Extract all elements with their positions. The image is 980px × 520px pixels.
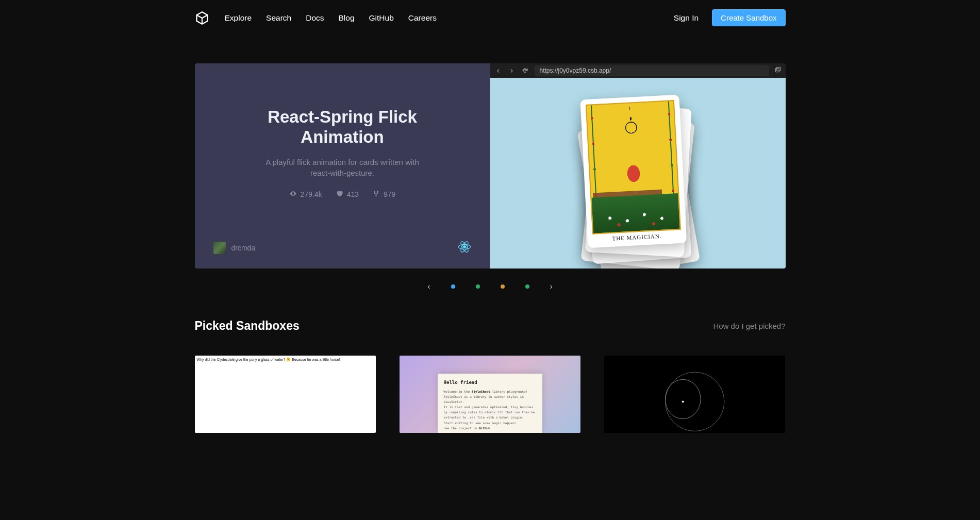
svg-point-3 — [463, 246, 466, 248]
stat-forks: 979 — [372, 190, 395, 199]
picked-card-1-text: Why did the Clydesdale give the pony a g… — [197, 358, 374, 362]
picked-grid: Why did the Clydesdale give the pony a g… — [195, 356, 786, 433]
nav-links: Explore Search Docs Blog GitHub Careers — [225, 13, 674, 23]
picked-card-1[interactable]: Why did the Clydesdale give the pony a g… — [195, 356, 376, 433]
orbit-graphic — [604, 356, 785, 433]
doc-line-bold: GitHub — [479, 426, 490, 430]
hero-info-panel[interactable]: React-Spring Flick Animation A playful f… — [195, 63, 490, 269]
picked-card-3[interactable] — [604, 356, 785, 433]
svg-point-0 — [374, 191, 375, 192]
doc-line: It is fast and generates optimized, tiny… — [444, 405, 537, 421]
nav-search[interactable]: Search — [266, 13, 291, 23]
preview-canvas[interactable]: I THE MAGICIAN. — [490, 78, 786, 269]
eye-icon — [289, 190, 297, 199]
carousel-dot-2[interactable] — [501, 284, 505, 289]
create-sandbox-button[interactable]: Create Sandbox — [712, 9, 785, 26]
svg-point-1 — [377, 191, 378, 192]
doc-line: Start editing to see some magic happen! — [444, 421, 537, 426]
nav-explore[interactable]: Explore — [225, 13, 252, 23]
picked-header: Picked Sandboxes How do I get picked? — [195, 319, 786, 333]
browser-reload-button[interactable] — [521, 66, 529, 75]
tarot-card-top: I THE MAGICIAN. — [580, 95, 687, 248]
doc-line: library playground! — [490, 390, 527, 393]
svg-point-9 — [666, 372, 725, 431]
carousel-dot-0[interactable] — [451, 284, 455, 289]
heart-icon — [336, 190, 343, 199]
fork-icon — [372, 190, 380, 199]
doc-line: StyleSheet is a library to author styles… — [444, 394, 537, 405]
doc-line: See the project on — [444, 426, 479, 430]
svg-point-11 — [682, 400, 684, 402]
hero-description: A playful flick animation for cards writ… — [260, 157, 425, 179]
likes-count: 413 — [347, 190, 359, 198]
hero-stats: 279.4k 413 979 — [289, 190, 396, 199]
url-bar[interactable]: https://j0y0vpz59.csb.app/ — [535, 65, 769, 76]
svg-point-10 — [666, 379, 701, 418]
carousel-next-button[interactable]: › — [550, 282, 553, 291]
url-text: https://j0y0vpz59.csb.app/ — [540, 67, 611, 74]
logo[interactable] — [195, 11, 209, 25]
svg-rect-7 — [776, 67, 780, 71]
browser-forward-button[interactable] — [508, 66, 516, 75]
forks-count: 979 — [384, 190, 395, 198]
tarot-card-stack: I THE MAGICIAN. — [588, 99, 687, 247]
signin-link[interactable]: Sign In — [674, 13, 699, 23]
doc-heading: Hello friend — [444, 379, 537, 387]
picked-card-2[interactable]: Hello friend Welcome to the StyleSheet l… — [400, 356, 580, 433]
picked-title: Picked Sandboxes — [195, 319, 300, 333]
svg-point-2 — [375, 195, 377, 197]
how-picked-link[interactable]: How do I get picked? — [713, 322, 785, 330]
author-name: drcmda — [231, 244, 256, 252]
nav-github[interactable]: GitHub — [369, 13, 394, 23]
stat-likes: 413 — [336, 190, 359, 199]
carousel-dot-3[interactable] — [525, 284, 529, 289]
svg-rect-8 — [775, 69, 779, 72]
header-right: Sign In Create Sandbox — [674, 9, 786, 26]
nav-docs[interactable]: Docs — [306, 13, 324, 23]
hero-card: React-Spring Flick Animation A playful f… — [195, 63, 786, 291]
react-icon — [457, 240, 472, 256]
carousel-prev-button[interactable]: ‹ — [427, 282, 430, 291]
picked-card-2-doc: Hello friend Welcome to the StyleSheet l… — [438, 374, 543, 433]
doc-line-bold: StyleSheet — [472, 390, 490, 393]
browser-back-button[interactable] — [494, 66, 503, 75]
nav-careers[interactable]: Careers — [408, 13, 437, 23]
nav-blog[interactable]: Blog — [339, 13, 355, 23]
header: Explore Search Docs Blog GitHub Careers … — [195, 0, 786, 36]
browser-bar: https://j0y0vpz59.csb.app/ — [490, 63, 786, 78]
hero-title: React-Spring Flick Animation — [250, 107, 435, 147]
views-count: 279.4k — [301, 190, 322, 198]
author-avatar — [213, 242, 226, 254]
hero-preview-panel: https://j0y0vpz59.csb.app/ I — [490, 63, 786, 269]
doc-line: Welcome to the — [444, 390, 472, 393]
stat-views: 279.4k — [289, 190, 322, 199]
author[interactable]: drcmda — [213, 242, 256, 254]
carousel-dot-1[interactable] — [476, 284, 480, 289]
carousel-nav: ‹ › — [195, 282, 786, 291]
open-new-window-button[interactable] — [774, 66, 782, 75]
